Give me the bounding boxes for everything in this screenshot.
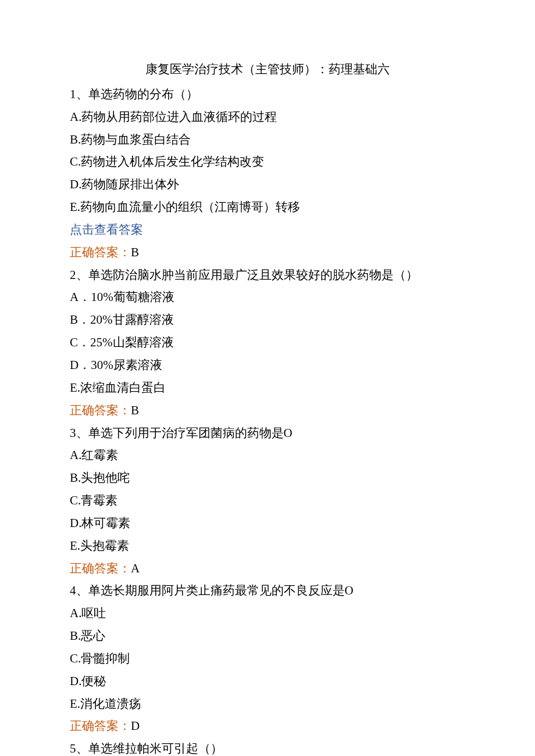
q2-option-a: A．10%葡萄糖溶液	[70, 286, 465, 309]
q2-option-d: D．30%尿素溶液	[70, 354, 465, 377]
q1-option-e: E.药物向血流量小的组织（江南博哥）转移	[70, 196, 465, 218]
q5-stem: 5、单选维拉帕米可引起（）	[70, 737, 465, 756]
q4-option-c: C.骨髓抑制	[70, 647, 465, 670]
q1-option-a: A.药物从用药部位进入血液循环的过程	[70, 106, 465, 128]
q3-answer-label: 正确答案：	[70, 561, 131, 575]
q1-answer-value: B	[131, 245, 139, 259]
q1-stem: 1、单选药物的分布（）	[70, 83, 465, 106]
q4-option-e: E.消化道溃疡	[70, 693, 465, 715]
page-title: 康复医学治疗技术（主管技师）：药理基础六	[70, 58, 465, 81]
q2-option-e: E.浓缩血清白蛋白	[70, 377, 465, 399]
q4-stem: 4、单选长期服用阿片类止痛药最常见的不良反应是O	[70, 579, 465, 602]
q4-answer: 正确答案：D	[70, 715, 465, 737]
q4-answer-label: 正确答案：	[70, 719, 131, 733]
q1-option-d: D.药物随尿排出体外	[70, 173, 465, 196]
q3-option-a: A.红霉素	[70, 444, 465, 467]
q1-answer-label: 正确答案：	[70, 245, 131, 259]
q1-option-c: C.药物进入机体后发生化学结构改变	[70, 151, 465, 173]
q4-option-a: A.呕吐	[70, 602, 465, 625]
q3-stem: 3、单选下列用于治疗军团菌病的药物是O	[70, 422, 465, 445]
q3-answer-value: A	[131, 561, 140, 575]
q4-option-b: B.恶心	[70, 625, 465, 647]
q1-option-b: B.药物与血浆蛋白结合	[70, 128, 465, 151]
q1-view-answer-link[interactable]: 点击查看答案	[70, 218, 465, 241]
q3-option-c: C.青霉素	[70, 489, 465, 512]
q4-option-d: D.便秘	[70, 670, 465, 693]
q2-answer: 正确答案：B	[70, 399, 465, 422]
q2-option-b: B．20%甘露醇溶液	[70, 309, 465, 331]
q1-answer: 正确答案：B	[70, 241, 465, 264]
q3-option-b: B.头抱他咤	[70, 467, 465, 489]
q2-answer-label: 正确答案：	[70, 403, 131, 417]
q2-option-c: C．25%山梨醇溶液	[70, 331, 465, 354]
q3-answer: 正确答案：A	[70, 557, 465, 580]
q2-stem: 2、单选防治脑水肿当前应用最广泛且效果较好的脱水药物是（）	[70, 264, 465, 286]
q4-answer-value: D	[131, 719, 140, 733]
q2-answer-value: B	[131, 403, 139, 417]
q3-option-d: D.林可霉素	[70, 512, 465, 535]
q3-option-e: E.头抱霉素	[70, 535, 465, 557]
